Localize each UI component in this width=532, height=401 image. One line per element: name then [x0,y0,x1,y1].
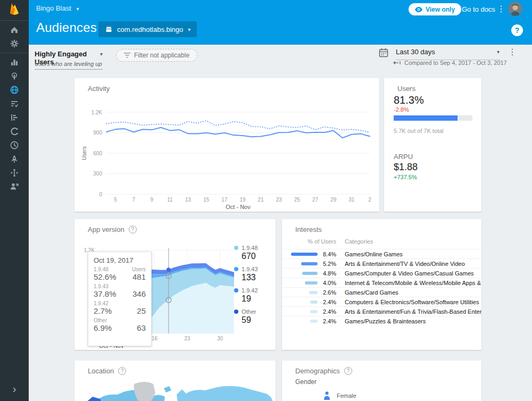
svg-text:Users: Users [81,146,87,160]
svg-text:0: 0 [99,191,102,197]
svg-text:Oct - Nov: Oct - Nov [226,204,251,210]
debugview-icon [10,168,19,178]
tooltip-pct: 2.7% [94,306,112,315]
underline [35,69,103,70]
sidebar-item-latest-release[interactable] [0,138,29,152]
svg-text:23: 23 [185,336,191,341]
sidebar-item-streamview[interactable] [0,152,29,166]
interests-row[interactable]: 2.4%Computers & Electronics/Software/Sof… [282,297,481,306]
sidebar-item-attribution[interactable] [0,111,29,124]
events-icon [10,71,19,81]
sidebar-item-events[interactable] [0,69,29,83]
help-button[interactable]: ? [511,24,523,36]
world-map[interactable] [74,373,276,401]
sidebar-item-audiences[interactable] [0,83,29,97]
svg-text:23: 23 [276,197,282,203]
view-only-label: View only [426,6,455,13]
app-selector[interactable]: com.redhotlabs.bingo ▾ [98,21,197,37]
map-north-america [97,390,165,401]
interest-bar [310,320,318,323]
sidebar-item-settings[interactable] [0,37,29,51]
date-options-menu-icon[interactable]: ⋮ [508,48,517,56]
svg-text:13: 13 [185,197,192,203]
project-switcher[interactable]: Bingo Blast ▾ [36,4,79,12]
page-title: Audiences [36,20,97,35]
interest-pct: 2.6% [323,289,336,296]
firebase-logo-icon[interactable] [0,0,29,18]
interests-row[interactable]: 4.8%Games/Computer & Video Games/Casual … [282,268,481,278]
tooltip-version: 1.9.43 [94,283,109,289]
cohorts-icon [10,127,19,136]
settings-icon [10,39,19,48]
sidebar-expand-button[interactable]: › [0,381,29,397]
compare-arrow-icon [393,60,401,65]
interest-bar [310,300,318,304]
legend-item[interactable]: 1.9.4219 [234,287,273,304]
svg-text:27: 27 [312,197,319,203]
sidebar-item-cohorts[interactable] [0,124,29,138]
interests-row[interactable]: 2.4%Arts & Entertainment/Fun & Trivia/Fl… [282,306,481,316]
legend-item[interactable]: Other59 [234,308,273,325]
sidebar-item-funnels[interactable] [0,97,29,111]
legend-users-value: 133 [242,273,273,282]
tooltip-users: 481 [132,272,146,281]
interest-bar [309,291,318,294]
latest-release-icon [10,140,19,150]
legend-users-value: 19 [242,294,273,304]
svg-text:19: 19 [239,197,246,203]
interest-pct: 2.4% [323,299,336,305]
location-card: Location ? [74,361,276,401]
svg-text:11: 11 [167,197,173,203]
date-range-selector[interactable]: Last 30 days ▾ [396,48,501,60]
legend-item[interactable]: 1.9.48670 [234,245,273,261]
interests-row[interactable]: 4.0%Internet & Telecom/Mobile & Wireless… [282,278,481,287]
tooltip-date: Oct 19, 2017 [94,256,146,264]
interests-row[interactable]: 2.4%Games/Puzzles & Brainteasers [282,316,481,325]
tooltip-version: 1.9.48 [94,266,109,272]
users-card-title: Users [397,85,415,93]
sidebar-item-dashboard[interactable] [0,55,29,69]
svg-text:2: 2 [368,197,371,203]
interest-bar [301,262,318,265]
demographics-card: Demographics ? Gender Female [282,361,481,401]
interest-category: Games/Computer & Video Games/Casual Game… [345,270,481,277]
tooltip-pct: 52.6% [94,272,117,281]
dashboard-icon [10,57,19,67]
legend-dot-icon [234,288,238,293]
eye-icon [415,7,422,12]
interests-row[interactable]: 2.6%Games/Card Games [282,287,481,297]
interests-header: % of Users Categories [282,235,481,249]
map-iceland [164,386,171,392]
activity-line-chart[interactable]: 03006009001.2K57911131517192123252729312… [79,106,379,212]
tooltip-row: 1.9.48Users52.6%481 [94,266,146,281]
overflow-menu-icon[interactable]: ⋮ [497,5,505,13]
arpu-label: ARPU [394,153,413,161]
map-greenland [134,382,155,401]
activity-card: Activity 03006009001.2K57911131517192123… [74,78,379,212]
help-icon[interactable]: ? [344,367,352,375]
legend-dot-icon [234,246,238,250]
svg-text:15: 15 [203,197,210,203]
legend-version: 1.9.42 [242,287,258,294]
filter-icon [124,53,130,58]
go-to-docs-link[interactable]: Go to docs [462,5,495,13]
interest-pct: 4.8% [323,270,336,277]
tooltip-version: 1.9.42 [94,300,109,306]
sidebar: › [0,0,29,401]
calendar-icon [379,48,388,57]
col-categories: Categories [345,238,373,245]
interest-category: Arts & Entertainment/Fun & Trivia/Flash-… [345,308,481,315]
users-card: Users 81.3% -2.8% 5.7K out of 7K total A… [384,78,481,212]
filter-not-applicable-chip[interactable]: Filter not applicable [116,49,197,62]
interests-row[interactable]: 8.4%Games/Online Games [282,249,481,258]
sidebar-item-debugview[interactable] [0,166,29,180]
user-properties-icon [10,182,19,191]
interests-row[interactable]: 5.2%Arts & Entertainment/TV & Video/Onli… [282,258,481,268]
user-avatar[interactable] [508,2,522,16]
demographics-card-title: Demographics [295,367,340,375]
female-person-icon [323,391,330,400]
sidebar-item-user-properties[interactable] [0,180,29,194]
sidebar-item-home[interactable] [0,23,29,37]
legend-item[interactable]: 1.9.43133 [234,266,273,282]
svg-text:300: 300 [93,171,102,177]
